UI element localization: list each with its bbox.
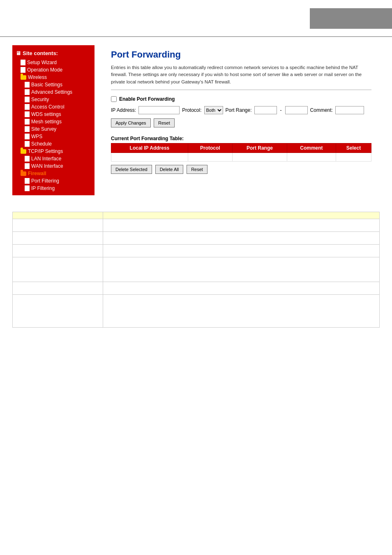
top-bar-graphic <box>310 8 392 29</box>
sidebar-item-port-filtering[interactable]: Port Filtering <box>12 177 95 185</box>
table-title: Current Port Forwarding Table: <box>111 136 371 141</box>
col-select: Select <box>336 143 371 153</box>
sidebar-item-tcpip-settings[interactable]: TCP/IP Settings <box>12 148 95 155</box>
sidebar-item-lan-interface[interactable]: LAN Interface <box>12 155 95 162</box>
col-protocol: Protocol <box>188 143 232 153</box>
table-row <box>111 153 371 161</box>
doc-icon <box>25 163 30 169</box>
sidebar-title: 🖥 Site contents: <box>12 49 95 59</box>
sidebar: 🖥 Site contents: Setup Wizard Operation … <box>12 45 95 195</box>
doc-icon <box>25 126 30 132</box>
form-section: Enable Port Forwarding IP Address: Proto… <box>111 96 371 127</box>
sidebar-item-wps[interactable]: WPS <box>12 133 95 140</box>
sidebar-item-ip-filtering[interactable]: IP Filtering <box>12 185 95 192</box>
page-description: Entries in this table allow you to autom… <box>111 64 371 90</box>
info-table <box>12 212 380 328</box>
ip-address-input[interactable] <box>138 106 180 114</box>
folder-icon <box>21 75 26 80</box>
sidebar-item-wireless[interactable]: Wireless <box>12 74 95 81</box>
sidebar-item-wan-interface[interactable]: WAN Interface <box>12 162 95 170</box>
protocol-label: Protocol: <box>182 107 201 113</box>
sidebar-item-security[interactable]: Security <box>12 96 95 103</box>
delete-all-button[interactable]: Delete All <box>155 165 183 174</box>
right-panel: Port Forwarding Entries in this table al… <box>103 45 380 195</box>
table-section: Current Port Forwarding Table: Local IP … <box>111 136 371 174</box>
doc-icon <box>25 185 30 191</box>
apply-changes-button[interactable]: Apply Changes <box>111 118 151 127</box>
form-buttons: Apply Changes Reset <box>111 118 371 127</box>
doc-icon <box>25 82 30 88</box>
info-table-header-item <box>13 212 103 219</box>
sidebar-item-advanced-settings[interactable]: Advanced Settings <box>12 88 95 96</box>
sidebar-item-wds-settings[interactable]: WDS settings <box>12 111 95 118</box>
doc-icon <box>25 156 30 162</box>
fields-row: IP Address: Protocol: Both TCP UDP Port … <box>111 106 371 114</box>
sidebar-item-site-survey[interactable]: Site Survey <box>12 125 95 133</box>
main-content: 🖥 Site contents: Setup Wizard Operation … <box>0 37 392 204</box>
col-local-ip: Local IP Address <box>111 143 188 153</box>
enable-row: Enable Port Forwarding <box>111 96 371 102</box>
reset-button[interactable]: Reset <box>154 118 175 127</box>
doc-icon <box>25 104 30 110</box>
enable-port-forwarding-checkbox[interactable] <box>111 96 117 102</box>
doc-icon <box>21 67 25 73</box>
folder-icon <box>21 149 26 154</box>
sidebar-item-firewall[interactable]: Firewall <box>12 170 95 177</box>
port-forwarding-table: Local IP Address Protocol Port Range Com… <box>111 143 371 162</box>
folder-icon-active <box>21 171 26 176</box>
col-port-range: Port Range <box>232 143 287 153</box>
sidebar-item-mesh-settings[interactable]: Mesh settings <box>12 118 95 125</box>
sidebar-item-access-control[interactable]: Access Control <box>12 103 95 111</box>
sidebar-item-setup-wizard[interactable]: Setup Wizard <box>12 59 95 66</box>
info-table-row <box>13 245 380 257</box>
ip-address-label: IP Address: <box>111 107 136 113</box>
doc-icon <box>25 89 30 95</box>
table-actions: Delete Selected Delete All Reset <box>111 165 371 174</box>
info-table-row <box>13 219 380 232</box>
info-table-row <box>13 257 380 282</box>
doc-icon <box>25 97 30 102</box>
col-comment: Comment <box>287 143 336 153</box>
sidebar-item-operation-mode[interactable]: Operation Mode <box>12 66 95 74</box>
comment-input[interactable] <box>335 106 364 114</box>
doc-icon <box>25 141 30 147</box>
doc-icon <box>25 134 30 139</box>
port-range-label: Port Range: <box>226 107 252 113</box>
info-table-row <box>13 232 380 245</box>
sidebar-item-basic-settings[interactable]: Basic Settings <box>12 81 95 88</box>
port-range-end[interactable] <box>285 106 308 114</box>
delete-selected-button[interactable]: Delete Selected <box>111 165 152 174</box>
protocol-select[interactable]: Both TCP UDP <box>204 106 223 114</box>
info-table-row <box>13 282 380 295</box>
top-bar <box>0 0 392 37</box>
info-table-row <box>13 295 380 328</box>
sidebar-item-schedule[interactable]: Schedule <box>12 140 95 148</box>
doc-icon <box>25 111 30 117</box>
comment-label: Comment: <box>310 107 333 113</box>
reset-table-button[interactable]: Reset <box>187 165 208 174</box>
site-contents-icon: 🖥 <box>16 50 21 56</box>
page-title: Port Forwarding <box>111 49 371 60</box>
doc-icon <box>21 60 25 65</box>
port-range-start[interactable] <box>254 106 277 114</box>
doc-icon <box>25 119 30 125</box>
doc-icon <box>25 178 30 184</box>
info-table-header-desc <box>103 212 380 219</box>
